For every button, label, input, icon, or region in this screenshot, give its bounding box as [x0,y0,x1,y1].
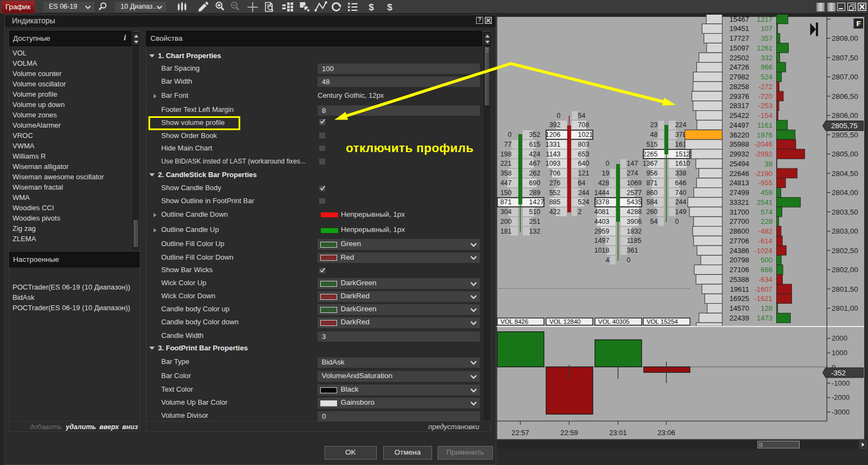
svg-text:-482: -482 [758,227,772,235]
svg-text:36220: 36220 [730,131,749,139]
svg-text:2803,50: 2803,50 [832,208,858,216]
svg-text:-1607: -1607 [755,285,772,293]
svg-text:17727: 17727 [730,34,749,42]
svg-text:161: 161 [675,141,687,148]
svg-text:871: 871 [647,179,658,187]
svg-text:-272: -272 [758,83,772,91]
svg-text:107: 107 [761,24,772,33]
svg-text:2808,00: 2808,00 [832,34,858,42]
svg-text:24386: 24386 [730,247,749,255]
svg-text:653: 653 [578,150,590,158]
svg-text:VOL 15254: VOL 15254 [647,318,678,325]
svg-text:646: 646 [675,179,687,187]
svg-text:$: $ [369,2,374,12]
svg-text:28258: 28258 [730,83,749,91]
svg-text:25422: 25422 [730,111,749,120]
svg-text:-720: -720 [758,92,772,100]
svg-text:-253: -253 [758,102,772,110]
svg-text:33321: 33321 [730,198,749,206]
svg-text:23: 23 [650,121,658,129]
svg-text:2959: 2959 [594,228,610,235]
svg-text:VOL 8426: VOL 8426 [500,318,528,325]
svg-text:706: 706 [549,169,561,177]
svg-text:1069: 1069 [627,179,642,187]
svg-text:181: 181 [500,228,512,235]
svg-text:304: 304 [500,208,512,216]
svg-text:524: 524 [761,73,772,81]
svg-text:-1024: -1024 [755,247,772,255]
svg-text:29376: 29376 [730,92,749,100]
svg-text:77: 77 [504,141,512,148]
svg-text:1185: 1185 [627,237,642,244]
svg-text:244: 244 [675,198,687,206]
svg-text:200: 200 [500,218,512,225]
svg-text:1161: 1161 [757,121,772,129]
svg-text:-3000: -3000 [832,408,850,416]
svg-text:1331: 1331 [546,141,561,148]
svg-text:4288: 4288 [627,208,642,216]
svg-text:966: 966 [761,63,772,71]
svg-text:2265: 2265 [643,150,658,158]
svg-text:224: 224 [675,121,687,129]
svg-text:332: 332 [761,54,772,62]
svg-text:1497: 1497 [594,237,610,244]
svg-text:27499: 27499 [730,188,749,197]
svg-text:1093: 1093 [546,160,561,167]
svg-text:23:01: 23:01 [609,429,627,437]
svg-text:0: 0 [606,160,610,167]
svg-text:552: 552 [549,189,561,197]
svg-text:2806,00: 2806,00 [832,111,858,120]
svg-text:121: 121 [578,169,590,177]
svg-text:357: 357 [761,34,772,42]
svg-text:22:57: 22:57 [511,429,529,437]
svg-text:2805,75: 2805,75 [831,122,858,130]
svg-text:2000: 2000 [832,334,847,342]
svg-text:740: 740 [675,189,687,197]
svg-text:149: 149 [675,208,687,216]
svg-text:447: 447 [500,179,512,187]
svg-text:352: 352 [529,131,541,139]
svg-text:48: 48 [650,131,658,139]
svg-text:28600: 28600 [730,227,749,235]
svg-text:1206: 1206 [546,131,561,139]
svg-text:260: 260 [647,208,658,216]
svg-text:-955: -955 [758,179,772,187]
svg-text:871: 871 [500,198,512,206]
svg-text:422: 422 [549,208,561,216]
svg-text:-634: -634 [758,275,772,284]
svg-text:1512: 1512 [675,150,690,158]
svg-text:2541: 2541 [757,198,772,206]
svg-text:860: 860 [647,189,658,197]
svg-text:29932: 29932 [730,150,749,158]
svg-text:20798: 20798 [730,256,749,264]
svg-text:-2046: -2046 [755,140,772,148]
svg-text:2804,50: 2804,50 [832,169,858,178]
svg-text:-2190: -2190 [755,169,772,178]
svg-text:3906: 3906 [627,218,642,225]
svg-text:251: 251 [529,218,541,225]
svg-text:-352: -352 [831,369,846,377]
svg-text:708: 708 [578,121,590,129]
svg-text:1444: 1444 [594,189,610,197]
svg-text:1832: 1832 [627,228,642,235]
svg-text:666: 666 [761,266,772,274]
svg-text:274: 274 [627,169,638,177]
svg-text:392: 392 [549,121,561,129]
svg-text:0: 0 [675,218,679,225]
svg-text:515: 515 [647,141,658,148]
svg-text:-2000: -2000 [832,393,850,401]
svg-text:885: 885 [549,198,561,206]
svg-text:1610: 1610 [675,160,690,167]
svg-text:228: 228 [761,217,772,225]
svg-text:2806,50: 2806,50 [832,92,858,100]
svg-text:289: 289 [529,189,541,197]
svg-text:15097: 15097 [730,44,749,52]
svg-text:221: 221 [500,160,512,167]
svg-text:2805,50: 2805,50 [832,131,858,139]
svg-text:1217: 1217 [757,15,772,23]
svg-text:459: 459 [761,188,772,197]
svg-text:2807,50: 2807,50 [832,54,858,62]
svg-text:803: 803 [578,141,590,148]
svg-text:38: 38 [765,160,772,168]
svg-text:19611: 19611 [730,285,749,293]
